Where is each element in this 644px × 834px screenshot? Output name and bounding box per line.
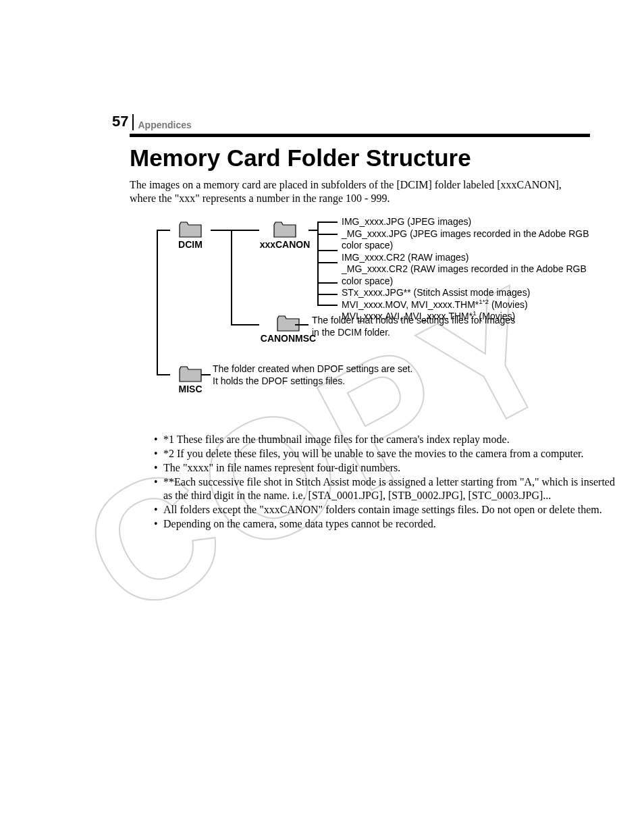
connector-line (317, 250, 338, 251)
folder-dcim: DCIM (170, 220, 211, 250)
connector-line (157, 230, 158, 375)
connector-line (157, 230, 170, 231)
folder-label: DCIM (170, 239, 211, 250)
intro-paragraph: The images on a memory card are placed i… (130, 178, 575, 206)
connector-line (317, 234, 338, 235)
connector-line (317, 221, 338, 223)
file-list: IMG_xxxx.JPG (JPEG images) _MG_xxxx.JPG … (342, 216, 591, 323)
file-entry: IMG_xxxx.CR2 (RAW images) (342, 252, 591, 264)
connector-line (201, 374, 211, 375)
folder-label: MISC (170, 384, 211, 394)
folder-diagram: DCIM xxxCANON CANONMSC MISC (130, 216, 590, 419)
folder-icon (273, 220, 296, 238)
folder-xxxcanon: xxxCANON (258, 220, 312, 250)
page-header: 57 Appendices (112, 115, 192, 131)
connector-line (231, 324, 259, 325)
folder-label: CANONMSC (258, 333, 319, 344)
connector-line (157, 374, 170, 375)
folder-icon (277, 314, 300, 332)
note-item: *2 If you delete these files, you will b… (157, 447, 617, 461)
connector-line (308, 230, 318, 231)
canonmsc-description: The folder that holds the settings files… (312, 315, 521, 338)
note-item: **Each successive file shot in Stitch As… (157, 475, 617, 502)
misc-description: The folder created when DPOF settings ar… (213, 363, 496, 387)
folder-icon (179, 365, 202, 382)
folder-label: xxxCANON (258, 239, 312, 250)
section-label: Appendices (134, 120, 191, 131)
connector-line (317, 221, 319, 230)
header-rule (130, 134, 590, 137)
folder-canonmsc: CANONMSC (258, 314, 319, 344)
page-number: 57 (112, 114, 134, 130)
connector-line (317, 305, 338, 306)
note-item: All folders except the "xxxCANON" folder… (157, 503, 617, 517)
notes-list: *1 These files are the thumbnail image f… (130, 433, 617, 531)
file-entry: IMG_xxxx.JPG (JPEG images) (342, 216, 591, 228)
connector-line (317, 294, 319, 305)
connector-line (317, 262, 338, 263)
folder-misc: MISC (170, 365, 211, 394)
file-entry: _MG_xxxx.JPG (JPEG images recorded in th… (342, 228, 591, 252)
connector-line (295, 324, 308, 325)
connector-line (317, 282, 338, 284)
connector-line (231, 230, 232, 325)
note-item: The "xxxx" in file names represent four-… (157, 461, 617, 475)
folder-icon (179, 220, 202, 238)
file-entry: MVI_xxxx.MOV, MVI_xxxx.THM*1*2 (Movies) (342, 299, 591, 311)
note-item: Depending on the camera, some data types… (157, 517, 617, 531)
connector-line (317, 294, 338, 295)
page-title: Memory Card Folder Structure (130, 145, 471, 172)
file-entry: STx_xxxx.JPG** (Stitch Assist mode image… (342, 287, 591, 299)
connector-line (211, 230, 259, 231)
note-item: *1 These files are the thumbnail image f… (157, 433, 617, 446)
file-entry: _MG_xxxx.CR2 (RAW images recorded in the… (342, 263, 591, 287)
